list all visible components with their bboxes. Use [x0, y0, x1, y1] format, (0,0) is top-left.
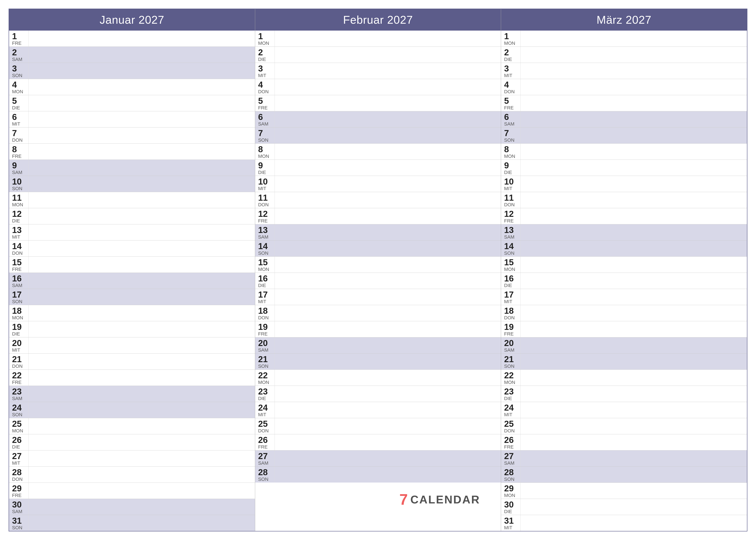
day-abbreviation: MIT — [12, 235, 20, 240]
day-row: 22FRE — [9, 370, 255, 386]
day-number-col: 14DON — [9, 241, 28, 256]
day-abbreviation: DIE — [504, 396, 512, 401]
day-row: 28SON — [255, 467, 501, 483]
day-content-area — [521, 321, 747, 337]
day-abbreviation: FRE — [12, 493, 21, 498]
day-content-area — [275, 354, 501, 369]
day-row: 13SAM — [501, 224, 747, 241]
day-number: 1 — [258, 32, 263, 40]
day-content-area — [521, 257, 747, 273]
day-abbreviation: MIT — [504, 73, 512, 78]
day-number: 14 — [504, 242, 514, 250]
day-row: 15MON — [255, 257, 501, 273]
day-row: 14SON — [255, 241, 501, 257]
day-content-area — [521, 434, 747, 450]
day-row: 11DON — [255, 192, 501, 208]
day-row: 2DIE — [501, 47, 747, 63]
day-number: 3 — [12, 64, 17, 73]
day-abbreviation: SON — [258, 138, 269, 142]
day-content-area — [275, 47, 501, 63]
day-number: 16 — [504, 274, 514, 283]
day-abbreviation: MIT — [504, 299, 512, 304]
day-number: 30 — [12, 500, 22, 509]
day-abbreviation: MON — [258, 41, 269, 46]
day-number-col: 8MON — [255, 144, 275, 160]
day-number: 1 — [12, 32, 17, 40]
day-number-col: 16SAM — [9, 273, 28, 289]
day-number: 15 — [504, 258, 514, 267]
day-content-area — [275, 467, 501, 483]
day-number: 3 — [258, 64, 263, 73]
day-number-col: 23SAM — [9, 386, 28, 402]
day-number-col: 28DON — [9, 467, 28, 483]
day-number: 8 — [504, 145, 509, 154]
day-number-col: 30DIE — [501, 499, 521, 515]
day-abbreviation: SON — [258, 251, 269, 256]
day-content-area — [275, 273, 501, 289]
day-row: 8MON — [255, 144, 501, 160]
day-abbreviation: MIT — [258, 299, 266, 304]
day-row: 26FRE — [501, 434, 747, 450]
day-number: 19 — [12, 322, 22, 331]
day-content-area — [28, 305, 255, 321]
day-number: 26 — [258, 436, 268, 444]
day-row: 19FRE — [255, 321, 501, 338]
day-content-area — [275, 95, 501, 111]
day-content-area — [28, 386, 255, 402]
day-content-area — [28, 273, 255, 289]
day-abbreviation: SON — [12, 73, 22, 78]
day-number: 21 — [12, 355, 22, 364]
day-number-col: 4DON — [501, 79, 521, 95]
day-abbreviation: MIT — [504, 186, 512, 191]
day-row: 5DIE — [9, 95, 255, 111]
day-content-area — [521, 483, 747, 499]
day-number-col: 2DIE — [501, 47, 521, 63]
day-number-col: 9SAM — [9, 160, 28, 176]
calendar-brand: 7 CALENDAR — [399, 491, 480, 508]
day-content-area — [521, 370, 747, 386]
day-row: 13SAM — [255, 224, 501, 241]
day-number-col: 17SON — [9, 289, 28, 305]
day-number: 28 — [504, 468, 514, 476]
day-content-area — [28, 79, 255, 95]
day-number: 7 — [258, 129, 263, 138]
day-number-col: 3MIT — [501, 63, 521, 79]
day-number-col: 16DIE — [255, 273, 275, 289]
day-content-area — [28, 321, 255, 337]
day-abbreviation: MON — [504, 154, 515, 159]
day-number: 14 — [12, 242, 22, 250]
day-number: 8 — [258, 145, 263, 154]
day-number: 10 — [504, 177, 514, 186]
day-content-area — [275, 208, 501, 224]
day-number-col: 12FRE — [501, 208, 521, 224]
day-content-area — [521, 144, 747, 160]
day-content-area — [275, 321, 501, 337]
day-abbreviation: FRE — [12, 154, 21, 159]
day-content-area — [275, 257, 501, 273]
day-abbreviation: MIT — [12, 348, 20, 352]
day-number: 15 — [258, 258, 268, 267]
day-number-col: 27SAM — [255, 450, 275, 467]
day-abbreviation: DIE — [504, 509, 512, 514]
day-content-area — [28, 515, 255, 531]
day-number: 6 — [12, 113, 17, 121]
day-content-area — [28, 434, 255, 450]
day-number: 13 — [12, 226, 22, 234]
day-row: 17MIT — [255, 289, 501, 305]
day-number: 23 — [258, 387, 268, 396]
day-row: 20SAM — [255, 338, 501, 354]
day-number-col: 20SAM — [501, 338, 521, 353]
day-number: 14 — [258, 242, 268, 250]
day-number-col: 21SON — [255, 354, 275, 369]
day-row: 27MIT — [9, 450, 255, 467]
day-row: 10MIT — [255, 176, 501, 192]
day-number-col: 8FRE — [9, 144, 28, 160]
day-row: 22MON — [501, 370, 747, 386]
day-number-col: 18MON — [9, 305, 28, 321]
day-abbreviation: FRE — [258, 218, 268, 223]
day-number-col: 11DON — [501, 192, 521, 208]
day-abbreviation: SAM — [12, 170, 22, 175]
day-content-area — [275, 176, 501, 192]
day-number-col: 25DON — [501, 418, 521, 434]
day-abbreviation: SAM — [12, 396, 22, 401]
